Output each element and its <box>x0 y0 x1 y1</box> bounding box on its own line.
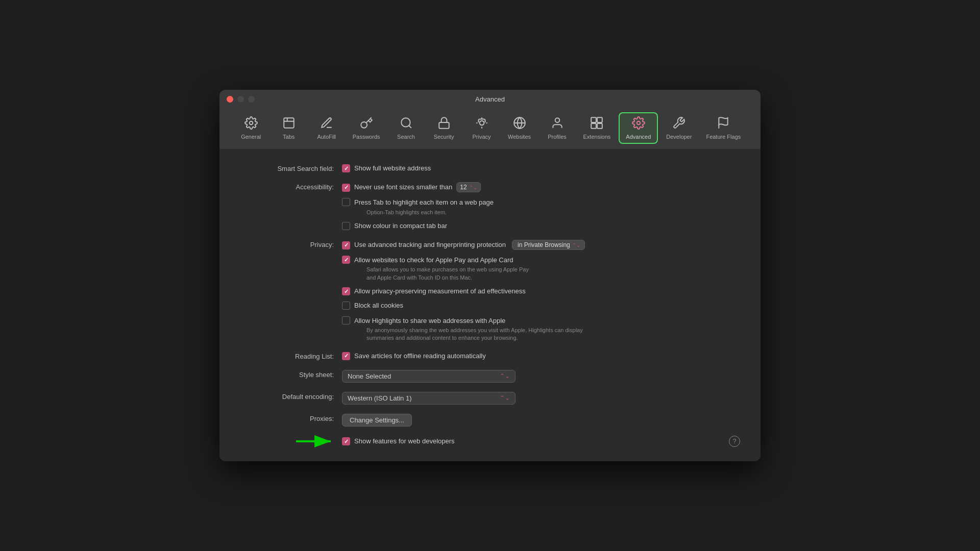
font-size-text: Never use font sizes smaller than <box>354 183 452 192</box>
svg-point-4 <box>479 121 484 126</box>
tab-general-label: General <box>241 134 261 140</box>
privacy-content: Use advanced tracking and fingerprinting… <box>342 240 740 342</box>
dev-features-bottom-row: Show features for web developers ? <box>342 436 740 447</box>
ad-effectiveness-checkbox[interactable] <box>342 287 350 295</box>
toolbar: General Tabs AutoFill <box>219 108 761 149</box>
tracking-mode-dropdown[interactable]: in Private Browsing ⌃⌄ <box>512 240 585 250</box>
tab-passwords[interactable]: Passwords <box>347 113 386 143</box>
smart-search-label: Smart Search field: <box>240 164 342 172</box>
general-icon <box>244 116 258 132</box>
tabs-icon <box>282 116 296 132</box>
tab-general[interactable]: General <box>233 113 269 143</box>
highlights-checkbox[interactable] <box>342 316 350 324</box>
settings-content: Smart Search field: Show full website ad… <box>219 149 761 461</box>
zoom-button[interactable] <box>248 96 255 103</box>
tab-developer[interactable]: Developer <box>660 113 698 143</box>
privacy-icon <box>475 116 488 132</box>
tab-advanced[interactable]: Advanced <box>619 112 658 144</box>
extensions-icon <box>590 116 603 132</box>
tab-profiles-label: Profiles <box>548 134 567 140</box>
security-icon <box>437 116 451 132</box>
style-sheet-arrows: ⌃⌄ <box>500 372 510 380</box>
show-colour-row: Show colour in compact tab bar <box>342 221 740 231</box>
default-encoding-content: Western (ISO Latin 1) ⌃⌄ <box>342 392 740 405</box>
ad-effectiveness-text: Allow privacy-preserving measurement of … <box>354 287 526 296</box>
minimize-button[interactable] <box>237 96 244 103</box>
dev-features-checkbox[interactable] <box>342 437 350 445</box>
tab-autofill-label: AutoFill <box>317 134 336 140</box>
tab-developer-label: Developer <box>666 134 692 140</box>
help-button[interactable]: ? <box>729 436 740 447</box>
default-encoding-value: Western (ISO Latin 1) <box>348 394 411 402</box>
developer-content: Show features for web developers ? <box>342 436 740 447</box>
highlights-hint: By anonymously sharing the web addresses… <box>354 327 583 342</box>
websites-icon <box>513 116 526 132</box>
reading-list-row: Reading List: Save articles for offline … <box>240 352 740 361</box>
tab-privacy[interactable]: Privacy <box>464 113 500 143</box>
proxies-row: Proxies: Change Settings... <box>240 414 740 427</box>
tab-tabs[interactable]: Tabs <box>271 113 307 143</box>
proxies-content: Change Settings... <box>342 414 740 427</box>
accessibility-row: Accessibility: Never use font sizes smal… <box>240 182 740 231</box>
traffic-lights <box>227 96 255 103</box>
titlebar: Advanced <box>219 90 761 108</box>
default-encoding-row: Default encoding: Western (ISO Latin 1) … <box>240 392 740 405</box>
tab-feature-flags[interactable]: Feature Flags <box>700 113 747 143</box>
block-cookies-checkbox[interactable] <box>342 302 350 310</box>
default-encoding-dropdown[interactable]: Western (ISO Latin 1) ⌃⌄ <box>342 392 516 405</box>
autofill-icon <box>320 116 333 132</box>
profiles-icon <box>551 116 564 132</box>
svg-rect-10 <box>598 123 603 129</box>
dev-features-text: Show features for web developers <box>354 437 455 446</box>
font-size-checkbox[interactable] <box>342 184 350 192</box>
accessibility-content: Never use font sizes smaller than 12 ⌃⌄ … <box>342 182 740 231</box>
search-icon <box>400 116 413 132</box>
tracking-checkbox[interactable] <box>342 241 350 249</box>
save-articles-checkbox[interactable] <box>342 352 350 360</box>
style-sheet-label: Style sheet: <box>240 370 342 379</box>
show-full-address-text: Show full website address <box>354 164 431 173</box>
ad-effectiveness-row: Allow privacy-preserving measurement of … <box>342 287 740 296</box>
tab-profiles[interactable]: Profiles <box>540 113 575 143</box>
tab-websites[interactable]: Websites <box>502 113 537 143</box>
svg-point-11 <box>637 121 641 125</box>
tab-search[interactable]: Search <box>388 113 424 143</box>
tracking-text: Use advanced tracking and fingerprinting… <box>354 240 506 249</box>
svg-point-6 <box>555 118 559 123</box>
svg-rect-1 <box>284 118 294 129</box>
window-title: Advanced <box>475 95 505 103</box>
show-colour-checkbox[interactable] <box>342 222 350 230</box>
tab-autofill[interactable]: AutoFill <box>309 113 345 143</box>
reading-list-content: Save articles for offline reading automa… <box>342 352 740 361</box>
svg-point-0 <box>249 121 253 125</box>
tab-feature-flags-label: Feature Flags <box>706 134 741 140</box>
passwords-icon <box>360 116 373 132</box>
tab-security[interactable]: Security <box>426 113 462 143</box>
tab-tabs-label: Tabs <box>283 134 295 140</box>
tab-extensions[interactable]: Extensions <box>577 113 617 143</box>
tab-security-label: Security <box>434 134 454 140</box>
change-settings-button[interactable]: Change Settings... <box>342 414 412 427</box>
font-size-arrows: ⌃⌄ <box>469 185 477 190</box>
style-sheet-dropdown[interactable]: None Selected ⌃⌄ <box>342 370 516 383</box>
show-colour-text: Show colour in compact tab bar <box>354 221 447 231</box>
svg-rect-9 <box>592 123 597 129</box>
green-arrow <box>296 434 337 449</box>
svg-rect-3 <box>439 122 449 129</box>
font-size-dropdown[interactable]: 12 ⌃⌄ <box>456 182 480 192</box>
font-size-value: 12 <box>460 184 467 191</box>
tab-websites-label: Websites <box>508 134 531 140</box>
option-tab-hint: Option-Tab highlights each item. <box>354 209 494 216</box>
apple-pay-hint: Safari allows you to make purchases on t… <box>354 266 529 282</box>
default-encoding-label: Default encoding: <box>240 392 342 400</box>
developer-row: Show features for web developers ? <box>240 436 740 447</box>
apple-pay-checkbox[interactable] <box>342 256 350 264</box>
show-full-address-checkbox[interactable] <box>342 164 350 172</box>
style-sheet-value: None Selected <box>348 372 391 380</box>
close-button[interactable] <box>227 96 233 103</box>
press-tab-checkbox[interactable] <box>342 198 350 206</box>
style-sheet-content: None Selected ⌃⌄ <box>342 370 740 383</box>
tab-advanced-label: Advanced <box>626 134 651 140</box>
reading-list-label: Reading List: <box>240 352 342 360</box>
font-size-row: Never use font sizes smaller than 12 ⌃⌄ <box>342 182 740 192</box>
